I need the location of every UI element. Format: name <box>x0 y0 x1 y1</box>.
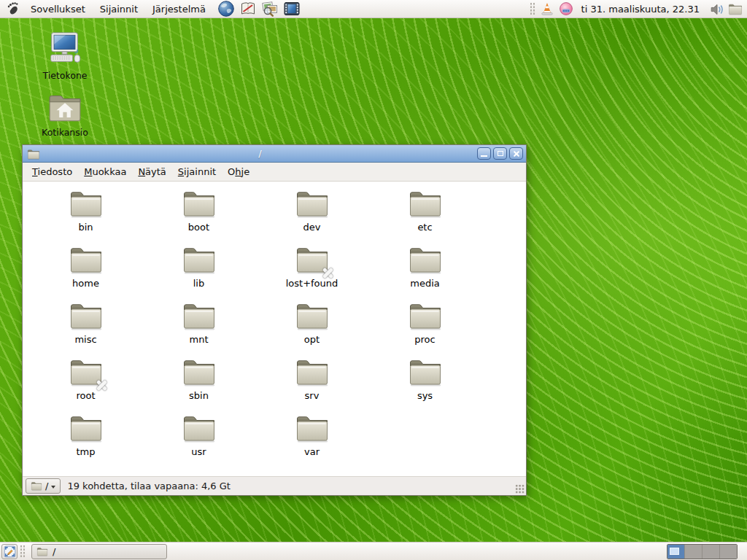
dictionary-icon[interactable] <box>239 0 257 18</box>
folder-item[interactable]: proc <box>368 301 481 357</box>
menu-jarjestelma[interactable]: Järjestelmä <box>145 0 213 18</box>
menu-sovellukset[interactable]: Sovellukset <box>23 0 93 18</box>
workspace-switcher <box>667 544 738 559</box>
folder-icon <box>295 245 330 274</box>
folder-icon <box>295 413 330 443</box>
window-menubar: Tiedosto Muokkaa Näytä Sijainnit Ohje <box>23 163 526 182</box>
menu-tiedosto[interactable]: Tiedosto <box>26 164 78 179</box>
folder-icon <box>295 301 330 330</box>
image-viewer-icon[interactable] <box>261 0 279 18</box>
folder-icon <box>408 357 443 386</box>
window-titlebar[interactable]: / <box>23 145 526 163</box>
music-player-tray-icon[interactable] <box>559 1 573 16</box>
folder-item[interactable]: root <box>29 357 142 413</box>
workspace-2[interactable] <box>685 545 703 559</box>
resize-grip[interactable] <box>515 484 525 494</box>
desktop-icon-label: Kotikansio <box>42 127 88 138</box>
movie-player-icon[interactable] <box>283 0 301 18</box>
desktop-icon-home[interactable]: Kotikansio <box>24 90 106 138</box>
folder-icon <box>182 301 217 330</box>
maximize-button[interactable] <box>493 147 507 160</box>
volume-icon[interactable] <box>709 1 724 16</box>
file-manager-window: / Tiedosto Muokkaa Näytä Sijainnit Ohje … <box>22 144 527 496</box>
vlc-tray-icon[interactable] <box>540 1 554 16</box>
folder-item[interactable]: opt <box>255 301 368 357</box>
folder-item[interactable]: lost+found <box>255 245 368 301</box>
folder-item-label: misc <box>74 334 96 345</box>
home-folder-icon <box>47 90 83 124</box>
taskbar-window-button[interactable]: / <box>31 544 167 559</box>
gnome-foot-icon[interactable] <box>4 0 21 18</box>
close-button[interactable] <box>509 147 523 160</box>
folder-item-label: sys <box>417 390 433 401</box>
folder-icon <box>408 301 443 330</box>
folder-item[interactable]: media <box>368 245 481 301</box>
menu-sijainnit-window[interactable]: Sijainnit <box>172 164 222 179</box>
web-browser-icon[interactable] <box>217 0 235 18</box>
location-dropdown[interactable]: / <box>26 478 61 494</box>
folder-item[interactable]: mnt <box>142 301 255 357</box>
folder-icon <box>69 189 104 218</box>
window-title: / <box>43 148 477 159</box>
workspace-3[interactable] <box>703 545 720 559</box>
folder-item[interactable]: var <box>255 413 368 470</box>
folder-icon <box>408 189 443 218</box>
file-manager-applet-icon[interactable] <box>728 1 743 16</box>
folder-view[interactable]: bin boot dev etc home lib lost+found med… <box>23 182 526 476</box>
tray-drag-handle[interactable] <box>530 2 535 15</box>
folder-item-label: mnt <box>190 334 209 345</box>
minimize-button[interactable] <box>477 147 491 160</box>
folder-item[interactable]: home <box>29 245 142 301</box>
folder-icon <box>182 245 217 274</box>
folder-icon <box>69 357 104 386</box>
workspace-1[interactable] <box>667 545 685 559</box>
system-tray: ti 31. maaliskuuta, 22.31 <box>527 1 747 16</box>
folder-item[interactable]: bin <box>29 189 142 245</box>
folder-item[interactable]: dev <box>255 189 368 245</box>
folder-item-label: sbin <box>189 390 209 401</box>
location-label: / <box>45 481 48 491</box>
folder-item-label: bin <box>78 222 93 233</box>
folder-item-label: srv <box>305 390 320 401</box>
folder-item-label: var <box>304 446 320 457</box>
no-access-emblem-icon <box>95 378 109 392</box>
window-statusbar: / 19 kohdetta, tilaa vapaana: 4,6 Gt <box>23 476 526 495</box>
folder-item[interactable]: usr <box>142 413 255 470</box>
computer-icon <box>45 31 85 67</box>
folder-item-label: proc <box>414 334 435 345</box>
task-label: / <box>53 546 55 557</box>
show-desktop-button[interactable] <box>1 544 18 559</box>
desktop-icon-computer[interactable]: Tietokone <box>24 31 106 81</box>
menu-sijainnit[interactable]: Sijainnit <box>93 0 145 18</box>
folder-item-label: usr <box>191 446 206 457</box>
workspace-4[interactable] <box>720 545 737 559</box>
folder-item[interactable]: sbin <box>142 357 255 413</box>
menu-muokkaa[interactable]: Muokkaa <box>78 164 132 179</box>
taskbar-drag-handle[interactable] <box>20 545 26 558</box>
folder-item[interactable]: srv <box>255 357 368 413</box>
show-desktop-icon <box>4 545 16 558</box>
folder-item[interactable]: boot <box>142 189 255 245</box>
task-folder-icon <box>36 547 48 556</box>
folder-item[interactable]: tmp <box>29 413 142 470</box>
folder-item-label: home <box>72 278 99 289</box>
folder-item-label: etc <box>417 222 432 233</box>
folder-icon <box>182 413 217 443</box>
icon-grid: bin boot dev etc home lib lost+found med… <box>29 189 481 470</box>
menu-ohje[interactable]: Ohje <box>222 164 255 179</box>
folder-icon <box>182 357 217 386</box>
folder-item-label: tmp <box>76 446 95 457</box>
top-panel: Sovellukset Sijainnit Järjestelmä ti 31.… <box>0 0 747 18</box>
folder-icon <box>408 245 443 274</box>
menu-nayta[interactable]: Näytä <box>132 164 171 179</box>
folder-item-label: dev <box>303 222 321 233</box>
desktop-icon-label: Tietokone <box>42 70 87 81</box>
folder-item-label: boot <box>188 222 209 233</box>
status-text: 19 kohdetta, tilaa vapaana: 4,6 Gt <box>67 481 231 491</box>
folder-item[interactable]: lib <box>142 245 255 301</box>
folder-item[interactable]: sys <box>368 357 481 413</box>
chevron-down-icon <box>51 486 55 489</box>
clock-applet[interactable]: ti 31. maaliskuuta, 22.31 <box>581 4 700 15</box>
folder-item[interactable]: etc <box>368 189 481 245</box>
folder-item[interactable]: misc <box>29 301 142 357</box>
